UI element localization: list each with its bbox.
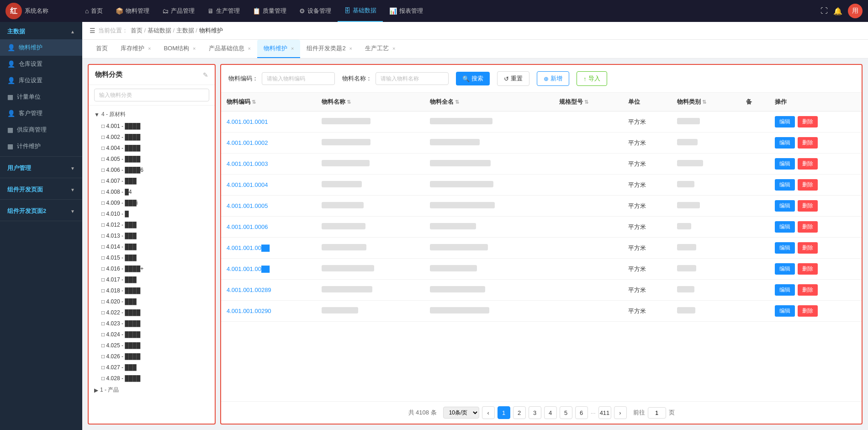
delete-btn-2[interactable]: 删除 [798, 158, 818, 170]
tree-child-4.016[interactable]: □ 4.016 - ████+ [89, 263, 215, 274]
sidebar-group-header-user-mgmt[interactable]: 用户管理▼ [0, 159, 82, 176]
prev-page-btn[interactable]: ‹ [482, 406, 495, 419]
edit-btn-7[interactable]: 编辑 [775, 263, 795, 275]
tree-child-4.028[interactable]: □ 4.028 - ████ [89, 373, 215, 384]
tab-product-info[interactable]: 产品基础信息× [202, 40, 257, 58]
tab-production-craft[interactable]: 生产工艺× [359, 40, 402, 58]
sidebar-item-part-maintain[interactable]: ▦计件维护 [0, 138, 82, 154]
tab-bom[interactable]: BOM结构× [157, 40, 202, 58]
tab-close-production-craft[interactable]: × [392, 46, 395, 51]
edit-btn-9[interactable]: 编辑 [775, 305, 795, 317]
nav-item-production[interactable]: 🖥生产管理 [201, 0, 246, 22]
delete-btn-1[interactable]: 删除 [798, 137, 818, 149]
page-btn-4[interactable]: 4 [544, 406, 557, 419]
tree-child-4.004[interactable]: □ 4.004 - ████ [89, 143, 215, 154]
tree-child-4.009[interactable]: □ 4.009 - ███i [89, 197, 215, 208]
breadcrumb-item-1[interactable]: 基础数据 [148, 27, 171, 34]
search-code-input[interactable] [262, 72, 335, 85]
tab-component-dev2[interactable]: 组件开发类题2× [300, 40, 359, 58]
edit-btn-1[interactable]: 编辑 [775, 137, 795, 149]
nav-item-product[interactable]: 🗂产品管理 [156, 0, 201, 22]
delete-btn-6[interactable]: 删除 [798, 242, 818, 254]
menu-toggle-icon[interactable]: ☰ [90, 27, 95, 34]
col-header-code[interactable]: 物料编码⇅ [221, 93, 316, 111]
category-search-input[interactable] [94, 89, 209, 101]
search-name-input[interactable] [376, 72, 449, 85]
tree-child-4.017[interactable]: □ 4.017 - ███ [89, 274, 215, 285]
page-btn-411[interactable]: 411 [598, 406, 611, 419]
cell-code-0[interactable]: 4.001.001.0001 [227, 118, 268, 125]
tree-child-4.008[interactable]: □ 4.008 - █4 [89, 186, 215, 197]
tab-close-inventory[interactable]: × [148, 46, 151, 51]
cell-code-1[interactable]: 4.001.001.0002 [227, 139, 268, 146]
tab-close-material-maintain[interactable]: × [291, 46, 294, 51]
cell-code-9[interactable]: 4.001.001.00290 [227, 308, 271, 314]
page-btn-5[interactable]: 5 [560, 406, 572, 419]
sidebar-item-warehouse-settings[interactable]: 👤仓库设置 [0, 56, 82, 72]
page-btn-6[interactable]: 6 [575, 406, 588, 419]
col-header-category[interactable]: 物料类别⇅ [672, 93, 740, 111]
notification-icon[interactable]: 🔔 [833, 7, 842, 16]
edit-btn-2[interactable]: 编辑 [775, 158, 795, 170]
sort-icon-code[interactable]: ⇅ [252, 99, 256, 105]
tree-child-4.023[interactable]: □ 4.023 - ████ [89, 318, 215, 329]
delete-btn-0[interactable]: 删除 [798, 116, 818, 127]
nav-item-material[interactable]: 📦物料管理 [109, 0, 156, 22]
edit-btn-0[interactable]: 编辑 [775, 116, 795, 127]
tree-child-4.012[interactable]: □ 4.012 - ███ [89, 219, 215, 230]
sidebar-item-unit[interactable]: ▦计量单位 [0, 89, 82, 105]
tree-child-4.006[interactable]: □ 4.006 - ████6 [89, 165, 215, 175]
tree-node-1-product[interactable]: ▶1 - 产品 [89, 384, 215, 396]
tree-child-4.010[interactable]: □ 4.010 - █ [89, 208, 215, 219]
tree-child-4.005[interactable]: □ 4.005 - ████ [89, 154, 215, 165]
breadcrumb-item-2[interactable]: 主数据 [176, 27, 194, 34]
sort-icon-name[interactable]: ⇅ [347, 99, 351, 105]
tree-child-4.002[interactable]: □ 4.002 - ████ [89, 132, 215, 143]
page-size-select[interactable]: 10条/页20条/页50条/页 [443, 407, 479, 419]
delete-btn-3[interactable]: 删除 [798, 179, 818, 191]
nav-item-basic[interactable]: 🗄基础数据 [338, 0, 383, 22]
page-btn-3[interactable]: 3 [529, 406, 541, 419]
nav-item-quality[interactable]: 📋质量管理 [246, 0, 293, 22]
tab-home[interactable]: 首页 [90, 40, 114, 58]
delete-btn-5[interactable]: 删除 [798, 221, 818, 233]
tab-close-product-info[interactable]: × [248, 46, 251, 51]
delete-btn-9[interactable]: 删除 [798, 305, 818, 317]
tree-child-4.013[interactable]: □ 4.013 - ███ [89, 230, 215, 241]
page-btn-1[interactable]: 1 [498, 406, 510, 419]
cell-code-7[interactable]: 4.001.001.00██ [227, 265, 270, 272]
tab-material-maintain[interactable]: 物料维护× [257, 40, 300, 58]
goto-input[interactable] [648, 407, 666, 419]
tree-child-4.022[interactable]: □ 4.022 - ████ [89, 307, 215, 318]
tree-child-4.027[interactable]: □ 4.027 - ███ [89, 362, 215, 373]
delete-btn-7[interactable]: 删除 [798, 263, 818, 275]
sidebar-group-header-master-data[interactable]: 主数据▲ [0, 22, 82, 39]
nav-item-report[interactable]: 📊报表管理 [383, 0, 429, 22]
fullscreen-icon[interactable]: ⛶ [820, 7, 828, 15]
tree-child-4.025[interactable]: □ 4.025 - ████ [89, 340, 215, 351]
sidebar-item-material-maintain[interactable]: 👤物料维护 [0, 39, 82, 56]
tree-child-4.007[interactable]: □ 4.007 - ███ [89, 175, 215, 186]
sidebar-item-location-settings[interactable]: 👤库位设置 [0, 72, 82, 89]
edit-btn-5[interactable]: 编辑 [775, 221, 795, 233]
tree-child-4.014[interactable]: □ 4.014 - ███ [89, 241, 215, 252]
col-header-name[interactable]: 物料名称⇅ [316, 93, 424, 111]
cell-code-5[interactable]: 4.001.001.0006 [227, 223, 268, 230]
col-header-spec[interactable]: 规格型号⇅ [554, 93, 622, 111]
reset-button[interactable]: ↺ 重置 [497, 71, 529, 86]
sidebar-group-header-dev-page[interactable]: 组件开发页面▼ [0, 180, 82, 197]
tree-child-4.015[interactable]: □ 4.015 - ███ [89, 252, 215, 263]
cell-code-6[interactable]: 4.001.001.00██ [227, 244, 270, 251]
edit-btn-3[interactable]: 编辑 [775, 179, 795, 191]
sort-icon-fullname[interactable]: ⇅ [455, 99, 459, 105]
tree-child-4.018[interactable]: □ 4.018 - ████ [89, 285, 215, 296]
tree-child-4.026[interactable]: □ 4.026 - ████ [89, 351, 215, 362]
next-page-btn[interactable]: › [614, 406, 627, 419]
delete-btn-4[interactable]: 删除 [798, 200, 818, 212]
tab-inventory[interactable]: 库存维护× [114, 40, 157, 58]
sort-icon-spec[interactable]: ⇅ [584, 99, 588, 105]
nav-item-equipment[interactable]: ⚙设备管理 [293, 0, 338, 22]
sidebar-group-header-dev-page2[interactable]: 组件开发页面2▼ [0, 202, 82, 219]
tree-child-4.020[interactable]: □ 4.020 - ███ [89, 296, 215, 307]
new-button[interactable]: ⊕ 新增 [537, 71, 569, 86]
